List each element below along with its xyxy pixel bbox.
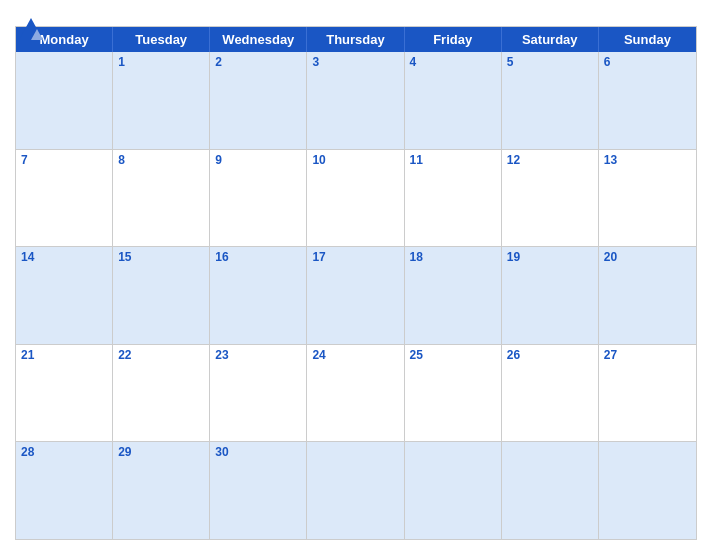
calendar-header <box>15 10 697 20</box>
day-number: 27 <box>604 348 691 362</box>
day-number: 30 <box>215 445 301 459</box>
day-number: 22 <box>118 348 204 362</box>
day-number: 15 <box>118 250 204 264</box>
day-cell-7: 7 <box>16 150 113 247</box>
week-row-3: 14151617181920 <box>16 246 696 344</box>
day-header-tuesday: Tuesday <box>113 27 210 52</box>
day-header-saturday: Saturday <box>502 27 599 52</box>
day-cell-24: 24 <box>307 345 404 442</box>
day-number: 26 <box>507 348 593 362</box>
day-cell-30: 30 <box>210 442 307 539</box>
day-number: 29 <box>118 445 204 459</box>
day-cell-19: 19 <box>502 247 599 344</box>
day-number: 2 <box>215 55 301 69</box>
day-number: 4 <box>410 55 496 69</box>
day-cell-10: 10 <box>307 150 404 247</box>
day-cell-empty <box>599 442 696 539</box>
day-cell-4: 4 <box>405 52 502 149</box>
day-cell-20: 20 <box>599 247 696 344</box>
day-cell-22: 22 <box>113 345 210 442</box>
day-number: 13 <box>604 153 691 167</box>
day-number: 11 <box>410 153 496 167</box>
logo-icon <box>15 12 47 44</box>
week-row-2: 78910111213 <box>16 149 696 247</box>
day-header-friday: Friday <box>405 27 502 52</box>
day-header-sunday: Sunday <box>599 27 696 52</box>
week-row-1: 123456 <box>16 52 696 149</box>
day-cell-6: 6 <box>599 52 696 149</box>
day-number: 6 <box>604 55 691 69</box>
day-number: 25 <box>410 348 496 362</box>
day-number: 9 <box>215 153 301 167</box>
day-cell-11: 11 <box>405 150 502 247</box>
day-cell-14: 14 <box>16 247 113 344</box>
day-number: 16 <box>215 250 301 264</box>
day-number: 8 <box>118 153 204 167</box>
week-row-4: 21222324252627 <box>16 344 696 442</box>
day-cell-12: 12 <box>502 150 599 247</box>
day-cell-empty <box>405 442 502 539</box>
day-cell-28: 28 <box>16 442 113 539</box>
day-cell-1: 1 <box>113 52 210 149</box>
day-cell-13: 13 <box>599 150 696 247</box>
day-number: 19 <box>507 250 593 264</box>
logo <box>15 12 51 44</box>
day-cell-2: 2 <box>210 52 307 149</box>
day-cell-16: 16 <box>210 247 307 344</box>
day-number: 24 <box>312 348 398 362</box>
day-number: 3 <box>312 55 398 69</box>
day-cell-29: 29 <box>113 442 210 539</box>
day-cell-23: 23 <box>210 345 307 442</box>
day-number: 17 <box>312 250 398 264</box>
day-cell-5: 5 <box>502 52 599 149</box>
day-cell-26: 26 <box>502 345 599 442</box>
calendar-body: 1234567891011121314151617181920212223242… <box>16 52 696 539</box>
week-row-5: 282930 <box>16 441 696 539</box>
day-cell-17: 17 <box>307 247 404 344</box>
day-cell-empty <box>307 442 404 539</box>
day-number: 7 <box>21 153 107 167</box>
day-cell-empty <box>16 52 113 149</box>
day-cell-9: 9 <box>210 150 307 247</box>
day-cell-21: 21 <box>16 345 113 442</box>
day-cell-3: 3 <box>307 52 404 149</box>
day-cell-15: 15 <box>113 247 210 344</box>
day-number: 23 <box>215 348 301 362</box>
calendar: MondayTuesdayWednesdayThursdayFridaySatu… <box>15 26 697 540</box>
day-number: 21 <box>21 348 107 362</box>
day-number: 14 <box>21 250 107 264</box>
day-number: 5 <box>507 55 593 69</box>
day-number: 1 <box>118 55 204 69</box>
day-number: 28 <box>21 445 107 459</box>
day-cell-27: 27 <box>599 345 696 442</box>
day-number: 18 <box>410 250 496 264</box>
day-number: 10 <box>312 153 398 167</box>
day-header-thursday: Thursday <box>307 27 404 52</box>
day-headers: MondayTuesdayWednesdayThursdayFridaySatu… <box>16 27 696 52</box>
day-cell-25: 25 <box>405 345 502 442</box>
day-number: 20 <box>604 250 691 264</box>
day-header-wednesday: Wednesday <box>210 27 307 52</box>
day-cell-8: 8 <box>113 150 210 247</box>
day-number: 12 <box>507 153 593 167</box>
day-cell-18: 18 <box>405 247 502 344</box>
day-cell-empty <box>502 442 599 539</box>
